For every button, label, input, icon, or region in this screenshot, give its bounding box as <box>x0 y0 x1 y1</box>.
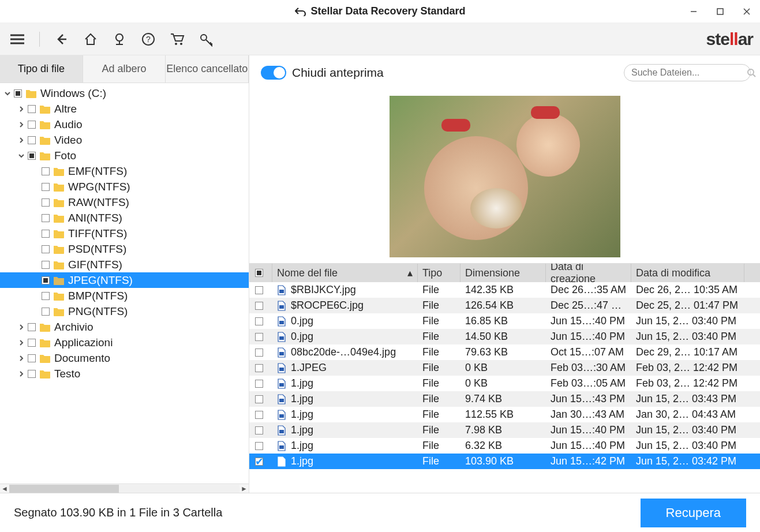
tree-item[interactable]: Altre <box>0 101 249 117</box>
file-row[interactable]: 1.jpgFile9.74 KBJun 15…:43 PMJun 15, 2… … <box>249 391 760 407</box>
file-row[interactable]: 1.jpgFile0 KBFeb 03…:05 AMFeb 03, 2… 12:… <box>249 376 760 391</box>
tree-item-root[interactable]: Windows (C:) <box>0 85 249 101</box>
column-modified[interactable]: Data di modifica <box>631 264 744 282</box>
preview-toggle[interactable]: Chiudi anteprima <box>261 66 384 80</box>
expand-icon[interactable] <box>30 228 40 239</box>
file-row[interactable]: 0.jpgFile16.85 KBJun 15…:40 PMJun 15, 2…… <box>249 313 760 329</box>
tree-item[interactable]: Testo <box>0 366 249 381</box>
expand-icon[interactable] <box>30 260 40 270</box>
checkbox[interactable] <box>255 286 263 294</box>
tree-item[interactable]: Applicazioni <box>0 335 249 350</box>
maximize-button[interactable] <box>707 0 733 23</box>
back-button[interactable] <box>51 29 72 50</box>
tab-tree-view[interactable]: Ad albero <box>83 55 166 83</box>
checkbox[interactable] <box>42 214 50 222</box>
menu-button[interactable] <box>7 29 28 50</box>
help-button[interactable]: ? <box>138 29 159 50</box>
checkbox[interactable] <box>42 198 50 207</box>
expand-icon[interactable] <box>16 369 27 379</box>
expand-icon[interactable] <box>30 197 40 208</box>
checkbox[interactable] <box>255 380 263 388</box>
file-row[interactable]: $ROCPE6C.jpgFile126.54 KBDec 25…:47 PMDe… <box>249 298 760 313</box>
expand-icon[interactable] <box>30 291 40 301</box>
recover-button[interactable]: Recupera <box>641 499 746 527</box>
file-row[interactable]: 1.JPEGFile0 KBFeb 03…:30 AMFeb 03, 2… 12… <box>249 360 760 376</box>
checkbox[interactable] <box>42 245 50 253</box>
checkbox[interactable] <box>255 302 263 310</box>
checkbox[interactable] <box>28 354 36 362</box>
expand-icon[interactable] <box>30 213 40 223</box>
file-row[interactable]: 1.jpgFile112.55 KBJan 30…:43 AMJan 30, 2… <box>249 407 760 422</box>
checkbox[interactable] <box>255 364 263 372</box>
checkbox[interactable] <box>255 349 263 357</box>
tree-item[interactable]: WPG(NTFS) <box>0 179 249 194</box>
column-size[interactable]: Dimensione <box>461 264 546 282</box>
checkbox[interactable] <box>42 261 50 269</box>
cart-button[interactable] <box>167 29 188 50</box>
tree-item[interactable]: PSD(NTFS) <box>0 241 249 257</box>
tree-item[interactable]: Documento <box>0 350 249 366</box>
tree-item[interactable]: TIFF(NTFS) <box>0 226 249 241</box>
checkbox[interactable] <box>42 183 50 191</box>
tree-item[interactable]: PNG(NTFS) <box>0 304 249 319</box>
folder-tree[interactable]: Windows (C:)AltreAudioVideoFotoEMF(NTFS)… <box>0 83 249 484</box>
tree-item[interactable]: Video <box>0 132 249 148</box>
checkbox[interactable] <box>42 292 50 300</box>
expand-icon[interactable] <box>30 166 40 177</box>
search-input[interactable] <box>631 68 747 78</box>
checkbox[interactable] <box>28 136 36 144</box>
checkbox[interactable] <box>28 105 36 113</box>
tab-file-type[interactable]: Tipo di file <box>0 55 83 83</box>
file-row[interactable]: ✔1.jpgFile103.90 KBJun 15…:42 PMJun 15, … <box>249 454 760 469</box>
tree-item[interactable]: JPEG(NTFS) <box>0 272 249 288</box>
tree-item[interactable]: Audio <box>0 117 249 132</box>
tree-item[interactable]: EMF(NTFS) <box>0 163 249 179</box>
checkbox[interactable] <box>42 167 50 175</box>
expand-icon[interactable] <box>16 353 27 364</box>
home-button[interactable] <box>80 29 101 50</box>
file-row[interactable]: 08bc20de-…049e4.jpgFile79.63 KBOct 15…:0… <box>249 344 760 360</box>
column-created[interactable]: Data di creazione <box>546 264 631 282</box>
activate-button[interactable] <box>196 29 216 50</box>
tree-item[interactable]: ANI(NTFS) <box>0 210 249 226</box>
expand-icon[interactable] <box>16 151 27 161</box>
expand-icon[interactable] <box>30 182 40 192</box>
tree-item[interactable]: Foto <box>0 148 249 163</box>
checkbox[interactable] <box>255 317 263 325</box>
expand-icon[interactable] <box>16 322 27 332</box>
scan-button[interactable] <box>109 29 130 50</box>
expand-icon[interactable] <box>30 306 40 317</box>
collapse-icon[interactable] <box>2 88 13 99</box>
checkbox[interactable]: ✔ <box>255 458 263 466</box>
close-button[interactable] <box>733 0 760 23</box>
checkbox[interactable] <box>14 89 22 98</box>
file-row[interactable]: $RBIJKCY.jpgFile142.35 KBDec 26…:35 AMDe… <box>249 282 760 298</box>
checkbox[interactable] <box>255 333 263 341</box>
checkbox[interactable] <box>42 308 50 316</box>
file-row[interactable]: 1.jpgFile6.32 KBJun 15…:40 PMJun 15, 2… … <box>249 438 760 454</box>
file-row[interactable]: 1.jpgFile7.98 KBJun 15…:40 PMJun 15, 2… … <box>249 422 760 438</box>
toggle-switch-icon[interactable] <box>261 66 286 80</box>
checkbox[interactable] <box>42 276 50 284</box>
checkbox[interactable] <box>28 323 36 331</box>
tree-item[interactable]: BMP(NTFS) <box>0 288 249 304</box>
tree-item[interactable]: GIF(NTFS) <box>0 257 249 272</box>
tree-hscrollbar[interactable]: ◄► <box>0 484 249 493</box>
expand-icon[interactable] <box>30 275 40 286</box>
tree-item[interactable]: RAW(NTFS) <box>0 194 249 210</box>
expand-icon[interactable] <box>16 119 27 130</box>
tab-deleted-list[interactable]: Elenco cancellato <box>166 55 249 83</box>
expand-icon[interactable] <box>16 338 27 348</box>
checkbox[interactable] <box>255 442 263 450</box>
checkbox[interactable] <box>255 395 263 403</box>
expand-icon[interactable] <box>30 244 40 254</box>
checkbox[interactable] <box>255 426 263 434</box>
file-row[interactable]: 0.jpgFile14.50 KBJun 15…:40 PMJun 15, 2…… <box>249 329 760 344</box>
select-all-checkbox[interactable] <box>249 264 272 282</box>
column-type[interactable]: Tipo <box>418 264 461 282</box>
tree-item[interactable]: Archivio <box>0 319 249 335</box>
checkbox[interactable] <box>28 121 36 129</box>
expand-icon[interactable] <box>16 135 27 145</box>
checkbox[interactable] <box>28 339 36 347</box>
checkbox[interactable] <box>28 370 36 378</box>
